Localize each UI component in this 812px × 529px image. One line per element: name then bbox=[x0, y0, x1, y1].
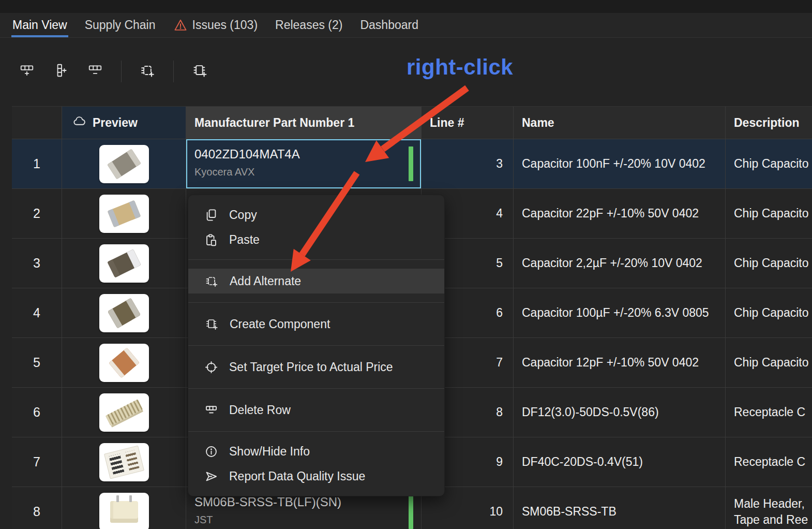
row-number-cell[interactable]: 3 bbox=[12, 239, 62, 288]
name-cell[interactable]: Capacitor 2,2µF +/-20% 10V 0402 bbox=[514, 239, 726, 288]
menu-item-add-alternate[interactable]: Add Alternate bbox=[188, 269, 444, 293]
create-component-button[interactable] bbox=[189, 60, 210, 83]
header-name[interactable]: Name bbox=[514, 106, 726, 139]
name-cell[interactable]: Capacitor 100µF +/-20% 6.3V 0805 bbox=[514, 288, 726, 338]
tab-dashboard-label: Dashboard bbox=[360, 18, 418, 32]
menu-item-label: Delete Row bbox=[229, 403, 291, 417]
part-thumbnail bbox=[99, 443, 149, 481]
context-menu: Copy Paste bbox=[188, 195, 445, 496]
preview-cell[interactable] bbox=[62, 139, 186, 189]
part-thumbnail bbox=[99, 244, 149, 283]
menu-item-label: Add Alternate bbox=[230, 274, 301, 288]
menu-item-report-data-quality[interactable]: Report Data Quality Issue bbox=[188, 464, 444, 489]
row-number-cell[interactable]: 4 bbox=[12, 288, 62, 338]
description-cell[interactable]: Chip Capacito bbox=[726, 338, 812, 388]
header-line-label: Line # bbox=[430, 116, 464, 130]
header-name-label: Name bbox=[522, 116, 554, 130]
tab-bar: Main View Supply Chain Issues (103) Rele… bbox=[0, 13, 812, 38]
row-number-cell[interactable]: 5 bbox=[12, 338, 62, 388]
create-component-icon bbox=[191, 62, 208, 81]
menu-item-set-target-price[interactable]: Set Target Price to Actual Price bbox=[188, 355, 444, 379]
header-preview[interactable]: Preview bbox=[62, 106, 186, 139]
info-icon bbox=[204, 445, 218, 459]
description-cell[interactable]: Chip Capacito bbox=[726, 239, 812, 288]
preview-cell[interactable] bbox=[62, 437, 186, 487]
preview-cell[interactable] bbox=[62, 388, 186, 437]
header-corner-cell[interactable] bbox=[12, 106, 62, 139]
header-description-label: Description bbox=[734, 116, 800, 130]
menu-item-paste[interactable]: Paste bbox=[188, 227, 444, 252]
description-cell[interactable]: Receptacle C bbox=[726, 437, 812, 487]
preview-cell[interactable] bbox=[62, 288, 186, 338]
delete-row-icon bbox=[87, 63, 103, 80]
tab-supply-chain-label: Supply Chain bbox=[85, 18, 156, 32]
menu-item-label: Report Data Quality Issue bbox=[229, 469, 365, 483]
header-line[interactable]: Line # bbox=[422, 106, 514, 139]
description-cell[interactable]: Male Header, Tape and Ree bbox=[726, 487, 812, 529]
name-cell[interactable]: DF40C-20DS-0.4V(51) bbox=[514, 437, 726, 487]
status-bar-green bbox=[409, 146, 413, 181]
tab-main-view[interactable]: Main View bbox=[12, 13, 67, 37]
menu-item-label: Show/Hide Info bbox=[229, 445, 310, 459]
description-cell[interactable]: Chip Capacito bbox=[726, 288, 812, 338]
header-mpn-label: Manufacturer Part Number 1 bbox=[194, 116, 354, 130]
delete-row-icon bbox=[204, 403, 218, 417]
add-row-button[interactable] bbox=[17, 60, 37, 83]
manufacturer: JST bbox=[194, 514, 413, 526]
row-number-cell[interactable]: 8 bbox=[12, 487, 62, 529]
menu-item-label: Set Target Price to Actual Price bbox=[229, 360, 393, 374]
preview-cell[interactable] bbox=[62, 487, 186, 529]
name-cell[interactable]: Capacitor 100nF +/-20% 10V 0402 bbox=[514, 139, 726, 189]
row-number-cell[interactable]: 6 bbox=[12, 388, 62, 437]
add-alternate-icon bbox=[139, 62, 156, 81]
menu-item-label: Paste bbox=[229, 233, 260, 247]
part-thumbnail bbox=[99, 344, 149, 382]
name-cell[interactable]: Capacitor 12pF +/-10% 50V 0402 bbox=[514, 338, 726, 388]
description-cell[interactable]: Receptacle C bbox=[726, 388, 812, 437]
annotation-right-click-label: right-click bbox=[407, 55, 513, 80]
add-column-button[interactable] bbox=[51, 60, 71, 83]
tab-releases[interactable]: Releases (2) bbox=[275, 13, 342, 37]
row-number-cell[interactable]: 2 bbox=[12, 189, 62, 239]
tab-dashboard[interactable]: Dashboard bbox=[360, 13, 418, 37]
menu-item-show-hide-info[interactable]: Show/Hide Info bbox=[188, 439, 444, 464]
header-description[interactable]: Description bbox=[726, 106, 812, 139]
paste-icon bbox=[204, 233, 218, 247]
line-number-cell[interactable]: 3 bbox=[422, 139, 514, 189]
menu-item-copy[interactable]: Copy bbox=[188, 202, 444, 227]
toolbar-separator bbox=[173, 61, 174, 82]
table-row: 1 0402ZD104MAT4A Kyocera AVX 3 Capacitor… bbox=[12, 139, 812, 189]
tab-supply-chain[interactable]: Supply Chain bbox=[85, 13, 156, 37]
manufacturer: Kyocera AVX bbox=[194, 166, 413, 178]
preview-cell[interactable] bbox=[62, 189, 186, 239]
description-cell[interactable]: Chip Capacito bbox=[726, 189, 812, 239]
part-number: SM06B-SRSS-TB(LF)(SN) bbox=[194, 495, 413, 509]
tab-main-view-label: Main View bbox=[12, 18, 67, 32]
part-thumbnail bbox=[99, 294, 149, 332]
delete-row-button[interactable] bbox=[85, 60, 106, 83]
table-header-row: Preview Manufacturer Part Number 1 Line … bbox=[12, 106, 812, 139]
target-icon bbox=[204, 360, 218, 374]
menu-item-create-component[interactable]: Create Component bbox=[188, 312, 444, 336]
add-row-icon bbox=[19, 63, 35, 80]
mpn-cell-selected[interactable]: 0402ZD104MAT4A Kyocera AVX bbox=[186, 139, 422, 189]
name-cell[interactable]: SM06B-SRSS-TB bbox=[514, 487, 726, 529]
warning-icon bbox=[173, 18, 188, 33]
app-window: Main View Supply Chain Issues (103) Rele… bbox=[0, 0, 812, 529]
description-cell[interactable]: Chip Capacito bbox=[726, 139, 812, 189]
row-number-cell[interactable]: 7 bbox=[12, 437, 62, 487]
name-cell[interactable]: DF12(3.0)-50DS-0.5V(86) bbox=[514, 388, 726, 437]
add-alternate-button[interactable] bbox=[137, 60, 158, 83]
add-column-icon bbox=[53, 63, 69, 80]
name-cell[interactable]: Capacitor 22pF +/-10% 50V 0402 bbox=[514, 189, 726, 239]
preview-cell[interactable] bbox=[62, 338, 186, 388]
tab-issues[interactable]: Issues (103) bbox=[173, 13, 258, 37]
send-icon bbox=[204, 469, 218, 483]
row-number-cell[interactable]: 1 bbox=[12, 139, 62, 189]
cloud-icon bbox=[72, 114, 86, 131]
menu-item-delete-row[interactable]: Delete Row bbox=[188, 398, 444, 422]
header-preview-label: Preview bbox=[93, 116, 138, 130]
preview-cell[interactable] bbox=[62, 239, 186, 288]
header-mpn[interactable]: Manufacturer Part Number 1 bbox=[186, 106, 422, 139]
tab-issues-label: Issues (103) bbox=[192, 18, 258, 32]
